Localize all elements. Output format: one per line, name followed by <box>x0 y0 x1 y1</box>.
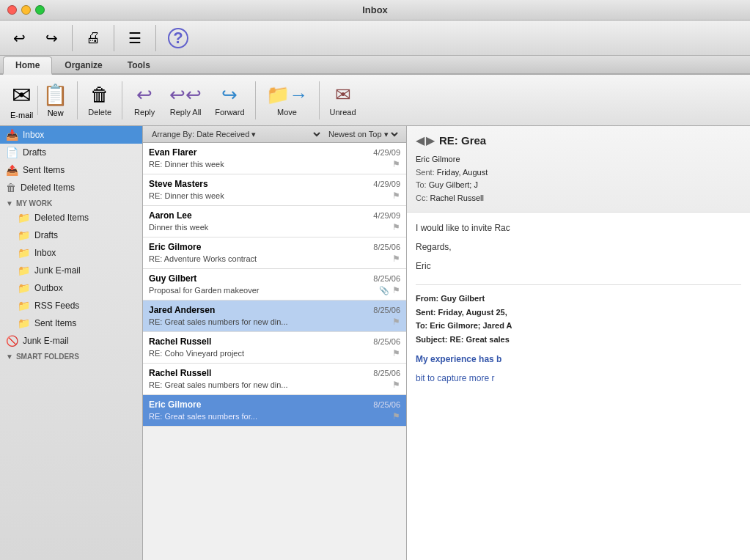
toolbar-forward[interactable]: ↪ <box>38 27 65 49</box>
quote-subject: Subject: RE: Great sales <box>416 334 741 346</box>
toolbar-list[interactable]: ☰ <box>122 27 148 49</box>
mywork-section[interactable]: ▼ My Work <box>0 196 142 209</box>
email-item[interactable]: Eric Gilmore 8/25/06 RE: Great sales num… <box>143 395 406 427</box>
email-list: Evan Flarer 4/29/09 RE: Dinner this week… <box>143 143 406 560</box>
sidebar-item-inbox-label: Inbox <box>23 130 44 140</box>
email-subject-text: Proposal for Garden makeover <box>149 286 259 295</box>
tab-tools[interactable]: Tools <box>115 56 163 73</box>
sidebar-item-mw-sent[interactable]: 📁 Sent Items <box>0 314 142 332</box>
ribbon-unread-btn[interactable]: ✉ Unread <box>324 78 362 122</box>
sidebar-item-sent-label: Sent Items <box>23 165 65 175</box>
close-button[interactable] <box>7 5 17 15</box>
forward-label: Forward <box>215 108 244 117</box>
mw-outbox-icon: 📁 <box>18 282 30 294</box>
toolbar-print[interactable]: 🖨 <box>80 27 106 48</box>
email-date: 4/29/09 <box>373 180 400 188</box>
main-layout: 📥 Inbox 📄 Drafts 📤 Sent Items 🗑 Deleted … <box>0 126 750 560</box>
flag-icon: ⚑ <box>392 411 400 421</box>
reading-pane: ◀ ▶ RE: Grea Eric Gilmore Sent: Friday, … <box>407 126 750 560</box>
email-subject-text: RE: Great sales numbers for new din... <box>149 317 288 326</box>
email-item[interactable]: Jared Andersen 8/25/06 RE: Great sales n… <box>143 301 406 332</box>
flag-icon: ⚑ <box>392 191 400 201</box>
smartfolders-label: SMART FOLDERS <box>16 353 79 361</box>
email-item[interactable]: Rachel Russell 8/25/06 RE: Great sales n… <box>143 364 406 395</box>
minimize-button[interactable] <box>21 5 31 15</box>
ribbon-forward-btn[interactable]: ↪ Forward <box>209 78 250 122</box>
email-sender: Eric Gilmore <box>149 242 201 252</box>
tab-organize[interactable]: Organize <box>52 56 114 73</box>
sidebar-item-mw-deleted[interactable]: 📁 Deleted Items <box>0 209 142 226</box>
email-item[interactable]: Evan Flarer 4/29/09 RE: Dinner this week… <box>143 143 406 174</box>
email-sender: Rachel Russell <box>149 368 211 378</box>
quoted-block: From: Guy Gilbert Sent: Friday, August 2… <box>416 284 741 345</box>
sidebar-item-deleteditems[interactable]: 🗑 Deleted Items <box>0 179 142 196</box>
email-sender: Steve Masters <box>149 179 208 189</box>
ribbon-replyall-btn[interactable]: ↩↩ Reply All <box>163 78 207 122</box>
nav-forward[interactable]: ▶ <box>426 133 435 147</box>
ribbon-sep-2 <box>122 81 122 119</box>
tab-home[interactable]: Home <box>3 56 52 75</box>
email-sender: Eric Gilmore <box>149 399 201 410</box>
ribbon-move-btn[interactable]: 📁→ Move <box>260 78 315 122</box>
flag-icon: ⚑ <box>392 348 400 358</box>
reading-meta: Eric Gilmore Sent: Friday, August To: Gu… <box>416 153 741 205</box>
email-item[interactable]: Guy Gilbert 8/25/06 Proposal for Garden … <box>143 269 406 301</box>
sidebar-junk-label: Junk E-mail <box>23 336 69 346</box>
sidebar-item-sentitems[interactable]: 📤 Sent Items <box>0 161 142 179</box>
sidebar-mw-inbox-label: Inbox <box>34 248 56 258</box>
sidebar-item-mw-drafts[interactable]: 📁 Drafts <box>0 226 142 244</box>
sidebar-item-junk[interactable]: 🚫 Junk E-mail <box>0 332 142 350</box>
sidebar-item-drafts[interactable]: 📄 Drafts <box>0 144 142 161</box>
body-para-4: My experience has b <box>416 353 741 366</box>
window-controls[interactable] <box>7 5 45 15</box>
reading-sent: Sent: Friday, August <box>416 166 741 180</box>
forward-icon: ↪ <box>45 29 58 47</box>
reading-subject: RE: Grea <box>439 134 486 147</box>
sidebar-item-inbox[interactable]: 📥 Inbox <box>0 126 142 144</box>
drafts-icon: 📄 <box>6 147 18 158</box>
ribbon-delete-btn[interactable]: 🗑 Delete <box>82 78 117 122</box>
flag-icon: ⚑ <box>392 254 400 264</box>
ribbon-reply-btn[interactable]: ↩ Reply <box>127 78 162 122</box>
email-item[interactable]: Steve Masters 4/29/09 RE: Dinner this we… <box>143 174 406 206</box>
toolbar: ↩ ↪ 🖨 ☰ ? <box>0 21 750 56</box>
sidebar-item-mw-outbox[interactable]: 📁 Outbox <box>0 279 142 297</box>
sidebar-item-drafts-label: Drafts <box>23 147 46 158</box>
smartfolders-section[interactable]: ▼ SMART FOLDERS <box>0 350 142 362</box>
email-subject-text: Dinner this week <box>149 223 208 232</box>
sidebar-item-mw-rss[interactable]: 📁 RSS Feeds <box>0 297 142 314</box>
sidebar-item-deleted-label: Deleted Items <box>21 183 75 193</box>
sidebar-item-mw-inbox[interactable]: 📁 Inbox <box>0 244 142 262</box>
email-item[interactable]: Aaron Lee 4/29/09 Dinner this week ⚑ <box>143 206 406 237</box>
toolbar-back[interactable]: ↩ <box>6 27 32 49</box>
title-bar: Inbox <box>0 0 750 21</box>
email-item[interactable]: Rachel Russell 8/25/06 RE: Coho Vineyard… <box>143 332 406 364</box>
maximize-button[interactable] <box>35 5 45 15</box>
email-subject-text: RE: Dinner this week <box>149 160 224 169</box>
email-date: 8/25/06 <box>373 306 400 314</box>
reading-cc: Cc: Rachel Russell <box>416 192 741 205</box>
body-para-1: I would like to invite Rac <box>416 221 741 235</box>
quote-to: To: Eric Gilmore; Jared A <box>416 320 741 332</box>
email-date: 8/25/06 <box>373 243 400 251</box>
forward-icon: ↪ <box>221 84 238 106</box>
arrange-select[interactable]: Arrange By: Date Received ▾ <box>149 129 323 139</box>
mw-drafts-icon: 📁 <box>18 229 30 241</box>
reading-to: To: Guy Gilbert; J <box>416 179 741 192</box>
list-icon: ☰ <box>128 29 141 47</box>
reply-icon: ↩ <box>136 84 152 106</box>
unread-label: Unread <box>330 108 356 117</box>
reply-label: Reply <box>134 108 155 117</box>
reading-header: ◀ ▶ RE: Grea Eric Gilmore Sent: Friday, … <box>407 126 750 213</box>
ribbon-email-btn[interactable]: ✉ E-mail 📋 New <box>6 78 73 122</box>
sort-select[interactable]: Newest on Top ▾ <box>326 129 400 139</box>
sidebar: 📥 Inbox 📄 Drafts 📤 Sent Items 🗑 Deleted … <box>0 126 143 560</box>
email-subject-text: RE: Great sales numbers for... <box>149 412 257 421</box>
sidebar-item-mw-junk[interactable]: 📁 Junk E-mail <box>0 262 142 279</box>
email-item[interactable]: Eric Gilmore 8/25/06 RE: Adventure Works… <box>143 237 406 269</box>
ribbon-sep-4 <box>319 81 320 119</box>
sidebar-mw-drafts-label: Drafts <box>34 230 58 240</box>
nav-back[interactable]: ◀ <box>416 133 424 147</box>
mw-sent-icon: 📁 <box>18 317 30 329</box>
toolbar-help[interactable]: ? <box>163 26 193 51</box>
